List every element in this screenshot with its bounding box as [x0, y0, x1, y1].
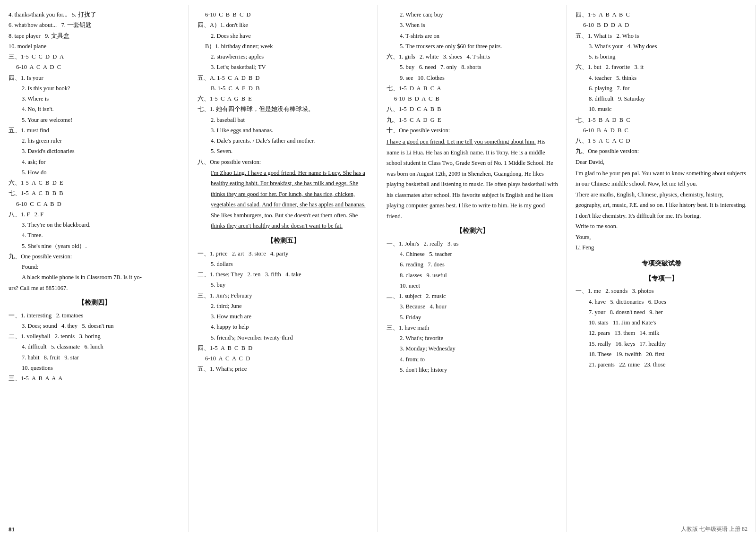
line: 五、1. must find: [9, 126, 180, 136]
col2-top: 6-10 C B B C D 四、A）1. don't like 2. Does…: [198, 10, 369, 231]
page-container: 4. thanks/thank you for... 5. 打扰了 6. wha…: [0, 0, 756, 537]
line: B. 1-5 C A E D B: [198, 84, 369, 94]
line: 6-10 B D A C B: [387, 94, 558, 104]
line: 6-10 A C A D C: [9, 62, 180, 72]
line: 5. buy 6. need 7. only 8. shorts: [387, 62, 558, 72]
line: 3. They're on the blackboard.: [9, 220, 180, 230]
line: 一、1. price 2. art 3. store 4. party: [198, 249, 369, 259]
line: 5. Your are welcome!: [9, 115, 180, 125]
column-2: 6-10 C B B C D 四、A）1. don't like 2. Does…: [189, 5, 378, 532]
line: Found:: [9, 262, 180, 272]
line: 三、1. have math: [387, 323, 558, 333]
line: 10. stars 11. Jim and Kate's: [576, 318, 747, 328]
line: 四、1-5 A B A B C: [576, 10, 747, 20]
line: 5. don't like; history: [387, 365, 558, 375]
col4-top: 四、1-5 A B A B C 6-10 B D D A D 五、1. What…: [576, 10, 747, 253]
line: 5. The trousers are only $60 for three p…: [387, 42, 558, 51]
line: 5. buy: [198, 280, 369, 290]
section4-header: 【检测四】: [9, 297, 180, 308]
line: 四、1-5 A B C B D: [198, 343, 369, 353]
line: 二、1. these; They 2. ten 3. fifth 4. take: [198, 270, 369, 280]
col3-section6: 一、1. John's 2. really 3. us 4. Chinese 5…: [387, 239, 558, 375]
line: 6. what/how about... 7. 一套钥匙: [9, 20, 180, 30]
line: 4. Chinese 5. teacher: [387, 249, 558, 259]
line: 十、One possible version:: [387, 126, 558, 136]
line: 10. meet: [387, 281, 558, 291]
line: 五、A. 1-5 C A D B D: [198, 73, 369, 83]
line: 6-10 C C A B D: [9, 199, 180, 209]
line: 2. What's; favorite: [387, 333, 558, 343]
line: 18. These 19. twelfth 20. first: [576, 349, 747, 359]
line: 5. How do: [9, 168, 180, 178]
line: 二、1. subject 2. music: [387, 291, 558, 301]
line: 3. David's dictionaries: [9, 146, 180, 156]
line: 6. reading 7. does: [387, 260, 558, 270]
line: 七、1-5 B A D B C: [576, 115, 747, 125]
line: 4. difficult 5. classmate 6. lunch: [9, 342, 180, 352]
line: 5. dollars: [198, 259, 369, 269]
essay3: I'm glad to be your pen pal. You want to…: [576, 168, 747, 253]
line: A black mobile phone is in Classroom 7B.…: [9, 273, 180, 282]
col2-section5: 一、1. price 2. art 3. store 4. party 5. d…: [198, 249, 369, 375]
line: 4. happy to help: [198, 322, 369, 332]
line: 3. Because 4. hour: [387, 302, 558, 312]
line: 12. pears 13. them 14. milk: [576, 328, 747, 338]
line: 6-10 B A D B C: [576, 126, 747, 136]
line: 3. Monday; Wednesday: [387, 344, 558, 354]
line: 4. No, it isn't.: [9, 104, 180, 114]
line: Dear David,: [576, 157, 747, 167]
line: 6-10 A C A C D: [198, 354, 369, 364]
line: 4. Three.: [9, 230, 180, 240]
line: 六、1. but 2. favorite 3. it: [576, 62, 747, 72]
line: 10. model plane: [9, 42, 180, 51]
line: 5. is boring: [576, 52, 747, 62]
line: 3. How much are: [198, 312, 369, 322]
line: 2. his green ruler: [9, 136, 180, 146]
line: 8. difficult 9. Saturday: [576, 94, 747, 104]
line: 3. Let's; basketball; TV: [198, 62, 369, 72]
line: 四、A）1. don't like: [198, 20, 369, 30]
line: 2. third; June: [198, 301, 369, 311]
line: 10. questions: [9, 363, 180, 373]
section5-header: 【检测五】: [198, 235, 369, 247]
col3-top: 2. Where can; buy 3. When is 4. T-shirts…: [387, 10, 558, 222]
line: 七、1-5 D A B C A: [387, 84, 558, 94]
col1-lines: 4. thanks/thank you for... 5. 打扰了 6. wha…: [9, 10, 180, 293]
line: 2. Is this your book?: [9, 84, 180, 94]
essay1: I'm Zhao Ling. I have a good friend. Her…: [198, 168, 369, 231]
line: 4. thanks/thank you for... 5. 打扰了: [9, 10, 180, 20]
line: 3. Where is: [9, 94, 180, 104]
column-4: 四、1-5 A B A B C 6-10 B D D A D 五、1. What…: [567, 5, 756, 532]
line: 七、1-5 A C B B B: [9, 188, 180, 198]
line: 6-10 B D D A D: [576, 20, 747, 30]
line: 三、1. Jim's; February: [198, 291, 369, 301]
line: 一、1. John's 2. really 3. us: [387, 239, 558, 249]
line: 五、1. What is 2. Who is: [576, 31, 747, 41]
line: 7. habit 8. fruit 9. star: [9, 353, 180, 363]
essay2-underline: I have a good pen friend. Let me tell yo…: [387, 138, 536, 145]
line: 2. Does she have: [198, 31, 369, 41]
line: 10. music: [576, 104, 747, 114]
line: 一、1. interesting 2. tomatoes: [9, 311, 180, 321]
line: 3. When is: [387, 20, 558, 30]
line: 2. baseball bat: [198, 115, 369, 125]
line: 四、1. Is your: [9, 73, 180, 83]
line: 八、1-5 A C A C D: [576, 136, 747, 146]
line: 21. parents 22. mine 23. those: [576, 360, 747, 370]
line: 6. playing 7. for: [576, 84, 747, 94]
special-header1: 专项突破试卷: [576, 258, 747, 269]
line: 8. tape player 9. 文具盒: [9, 31, 180, 41]
line: 五、1. What's; price: [198, 364, 369, 374]
special-header2: 【专项一】: [576, 273, 747, 284]
line: 5. Friday: [387, 313, 558, 323]
line: 7. your 8. doesn't need 9. her: [576, 307, 747, 317]
line: 5. Seven.: [198, 146, 369, 156]
line: 4. Dale's parents. / Dale's father and m…: [198, 136, 369, 146]
line: 4. teacher 5. thinks: [576, 73, 747, 83]
page-number-left: 81: [9, 526, 15, 533]
line: 八、One possible version:: [198, 157, 369, 167]
line: 3. What's your 4. Why does: [576, 42, 747, 51]
line: urs? Call me at 8851067.: [9, 283, 180, 293]
line: 3. Does; sound 4. they 5. doesn't run: [9, 321, 180, 331]
line: 六、1. girls 2. white 3. shoes 4. T-shirts: [387, 52, 558, 62]
